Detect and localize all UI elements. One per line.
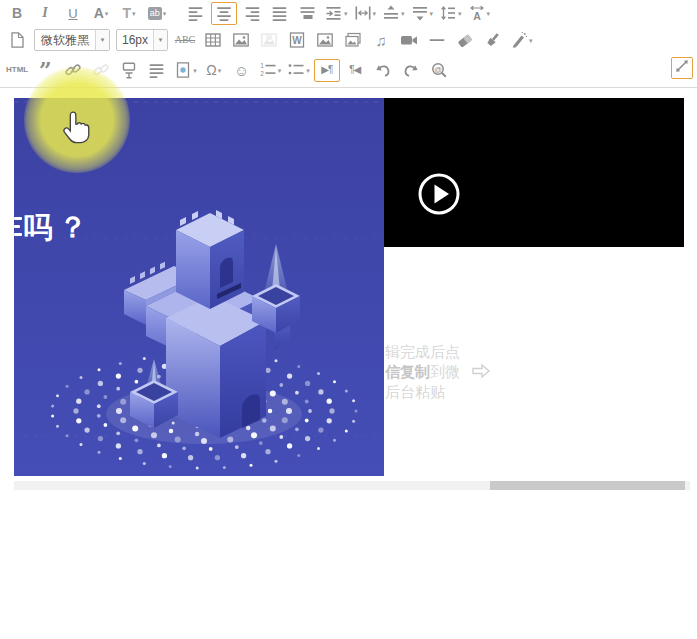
align-center-button[interactable]: [211, 2, 237, 25]
banner-caption: 吗？: [24, 208, 92, 248]
letter-spacing-button[interactable]: A▾: [466, 2, 493, 25]
horizontal-rule-icon: [428, 31, 446, 49]
chevron-down-icon: ▾: [344, 10, 348, 17]
play-icon[interactable]: [417, 172, 461, 216]
font-color-button[interactable]: A▾: [88, 2, 114, 25]
first-line-indent-button[interactable]: ▾: [352, 2, 379, 25]
underline-icon: U: [68, 7, 77, 20]
svg-text:1: 1: [260, 62, 264, 69]
space-after-button[interactable]: ▾: [409, 2, 436, 25]
page-background-icon: [174, 61, 192, 79]
horizontal-rule-button[interactable]: [424, 29, 450, 52]
bold-icon: B: [12, 6, 22, 20]
anchor-button[interactable]: [116, 59, 142, 82]
chevron-down-icon: ▾: [163, 10, 167, 17]
find-replace-icon: @: [430, 61, 448, 79]
svg-text:W: W: [292, 35, 302, 46]
insert-link-icon: [64, 61, 82, 79]
special-character-icon: Ω: [206, 63, 216, 77]
chevron-down-icon[interactable]: ▾: [153, 30, 167, 50]
text-style-icon: T: [122, 6, 131, 20]
format-painter-button[interactable]: [480, 29, 506, 52]
underline-button[interactable]: U: [60, 2, 86, 25]
undo-button[interactable]: [370, 59, 396, 82]
page-background-button[interactable]: ▾: [172, 59, 199, 82]
word-image-button[interactable]: W: [256, 29, 282, 52]
redo-button[interactable]: [398, 59, 424, 82]
paragraph-rtl-icon: ¶◀: [349, 65, 360, 75]
space-before-button[interactable]: ▾: [380, 2, 407, 25]
fullscreen-button[interactable]: [671, 57, 693, 79]
import-word-button[interactable]: W: [284, 29, 310, 52]
insert-music-icon: ♫: [375, 33, 386, 48]
chevron-down-icon: ▾: [373, 10, 377, 17]
indent-button[interactable]: ▾: [323, 2, 350, 25]
editor-text-content[interactable]: 辑完成后点 信复制到微 后台粘贴: [385, 342, 491, 402]
align-right-button[interactable]: [239, 2, 265, 25]
find-replace-button[interactable]: @: [426, 59, 452, 82]
insert-link-button[interactable]: [60, 59, 86, 82]
paragraph-ltr-button[interactable]: ▶¶: [314, 59, 340, 82]
align-justify-button[interactable]: [267, 2, 293, 25]
ordered-list-button[interactable]: 12▾: [257, 59, 284, 82]
font-color-icon: A: [94, 6, 104, 20]
chevron-down-icon[interactable]: ▾: [95, 30, 109, 50]
svg-text:@: @: [434, 65, 442, 74]
html-source-button[interactable]: HTML: [4, 59, 30, 82]
bold-button[interactable]: B: [4, 2, 30, 25]
banner-image[interactable]: 吗？: [14, 98, 384, 476]
insert-video-button[interactable]: [396, 29, 422, 52]
banner-illustration: [14, 98, 384, 476]
chevron-down-icon: ▾: [193, 67, 197, 74]
align-left-button[interactable]: [183, 2, 209, 25]
svg-text:A: A: [473, 10, 481, 22]
redo-icon: [402, 61, 420, 79]
instruction-line-1: 辑完成后点: [385, 342, 491, 362]
upload-image-button[interactable]: [312, 29, 338, 52]
insert-video-icon: [400, 31, 418, 49]
blockquote-icon: ”: [39, 64, 52, 77]
align-left-icon: [187, 4, 205, 22]
toolbar-row-3: HTML”▾Ω▾☺12▾▾▶¶¶◀@: [0, 54, 697, 86]
emoticon-button[interactable]: ☺: [229, 59, 255, 82]
strikethrough-icon: ABC: [175, 35, 196, 45]
svg-text:W: W: [266, 34, 273, 41]
horizontal-scrollbar-thumb[interactable]: [490, 481, 685, 490]
arrow-right-icon: [471, 363, 491, 379]
auto-format-button[interactable]: ▾: [508, 29, 535, 52]
svg-text:2: 2: [260, 70, 264, 77]
summary-button[interactable]: [144, 59, 170, 82]
multi-image-button[interactable]: [340, 29, 366, 52]
horizontal-scrollbar-track[interactable]: [14, 481, 690, 490]
insert-music-button[interactable]: ♫: [368, 29, 394, 52]
highlight-color-button[interactable]: ab▾: [144, 2, 170, 25]
special-character-button[interactable]: Ω▾: [201, 59, 227, 82]
align-justify-icon: [271, 4, 289, 22]
italic-icon: I: [42, 6, 47, 20]
insert-image-button[interactable]: [228, 29, 254, 52]
unordered-list-button[interactable]: ▾: [285, 59, 312, 82]
new-document-button[interactable]: [4, 29, 30, 52]
ordered-list-icon: 12: [259, 61, 277, 79]
line-height-button[interactable]: ▾: [437, 2, 464, 25]
insert-table-button[interactable]: [200, 29, 226, 52]
align-block-button[interactable]: [295, 2, 321, 25]
font-family-combo[interactable]: 微软雅黑▾: [34, 29, 110, 51]
text-style-button[interactable]: T▾: [116, 2, 142, 25]
align-center-icon: [215, 4, 233, 22]
video-player[interactable]: [384, 98, 684, 247]
letter-spacing-icon: A: [468, 4, 486, 22]
italic-button[interactable]: I: [32, 2, 58, 25]
font-size-combo[interactable]: 16px▾: [116, 29, 168, 51]
paragraph-rtl-button[interactable]: ¶◀: [342, 59, 368, 82]
remove-link-icon: [92, 61, 110, 79]
toolbar-row-1: BIUA▾T▾ab▾▾▾▾▾▾A▾: [0, 0, 697, 26]
first-line-indent-icon: [354, 4, 372, 22]
editor-window: BIUA▾T▾ab▾▾▾▾▾▾A▾微软雅黑▾16px▾ABCWW♫▾HTML”▾…: [0, 0, 697, 639]
strikethrough-button[interactable]: ABC: [172, 29, 198, 52]
undo-icon: [374, 61, 392, 79]
blockquote-button[interactable]: ”: [32, 59, 58, 82]
align-right-icon: [243, 4, 261, 22]
remove-link-button[interactable]: [88, 59, 114, 82]
eraser-button[interactable]: [452, 29, 478, 52]
